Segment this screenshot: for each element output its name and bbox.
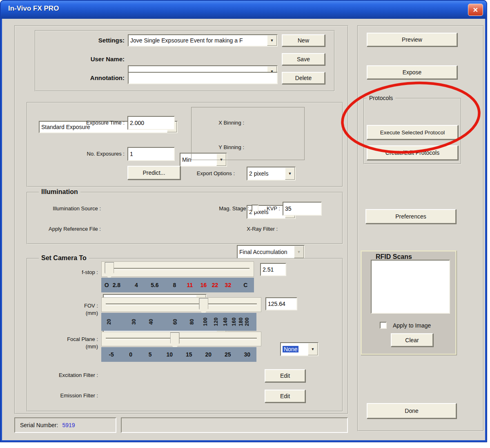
fov-value-input[interactable] xyxy=(265,297,297,310)
emission-filter-label: Emission Filter : xyxy=(43,392,98,399)
scale-tick: 5 xyxy=(149,351,152,358)
focal-plane-slider[interactable] xyxy=(101,332,261,346)
scale-tick: 160 xyxy=(231,318,237,326)
scale-tick: 16 xyxy=(200,282,207,288)
scale-tick: 80 xyxy=(189,319,195,325)
scale-tick: -5 xyxy=(109,351,114,358)
fov-units-label: (mm) xyxy=(51,310,98,317)
fov-label: FOV : xyxy=(51,302,98,310)
x-binning-label: X Binning : xyxy=(196,119,244,127)
scale-tick: 8 xyxy=(173,282,176,288)
save-button[interactable]: Save xyxy=(282,53,325,65)
scale-tick: 60 xyxy=(172,319,178,325)
right-panel xyxy=(357,25,484,431)
preferences-button[interactable]: Preferences xyxy=(365,209,456,224)
fstop-scale: O2.845.6811162232C xyxy=(101,278,254,292)
preview-button[interactable]: Preview xyxy=(367,33,457,47)
serial-number-bar: Serial Number: 5919 xyxy=(14,417,116,433)
scale-tick: 120 xyxy=(213,318,219,326)
scale-tick: 11 xyxy=(187,282,193,288)
create-edit-protocols-button[interactable]: Create/Edit Protocols xyxy=(367,145,458,160)
x-binning-combobox[interactable]: 2 pixels ▼ xyxy=(247,167,296,181)
fstop-slider[interactable] xyxy=(101,261,254,277)
chevron-down-icon[interactable]: ▼ xyxy=(267,35,277,46)
kvp-input[interactable] xyxy=(283,202,322,216)
kvp-label: KVP : xyxy=(261,205,280,212)
focal-plane-label: Focal Plane : xyxy=(45,336,98,343)
fstop-value-input[interactable] xyxy=(260,263,286,276)
predict-button[interactable]: Predict... xyxy=(127,166,180,180)
exposure-units-value: Min xyxy=(182,156,192,163)
focal-plane-units-label: (mm) xyxy=(45,343,98,350)
scale-tick: 2.8 xyxy=(113,282,120,288)
num-exposures-input[interactable] xyxy=(127,147,175,161)
scale-tick: 5.6 xyxy=(151,282,158,288)
illumination-group-title: Illumination xyxy=(39,188,80,196)
scale-tick: C xyxy=(243,282,247,288)
scale-tick: 20 xyxy=(106,319,112,325)
scale-tick: 10 xyxy=(166,351,173,358)
export-options-label: Export Options : xyxy=(176,170,235,177)
serial-number-label: Serial Number: xyxy=(20,422,58,428)
title-bar xyxy=(1,1,486,19)
scale-tick: 4 xyxy=(135,282,138,288)
apply-to-image-label: Apply to Image xyxy=(393,322,431,329)
clear-button[interactable]: Clear xyxy=(391,333,433,347)
scale-tick: 200 xyxy=(244,318,250,326)
settings-combobox[interactable]: Jove Single Expsosure Event for making a… xyxy=(128,34,278,47)
scale-tick: 30 xyxy=(244,351,250,358)
exposure-time-input[interactable] xyxy=(127,116,175,130)
done-button[interactable]: Done xyxy=(367,403,457,419)
scale-tick: 140 xyxy=(223,318,228,326)
exposure-time-label: Exposure Time : xyxy=(37,119,125,127)
window-title: In-Vivo FX PRO xyxy=(8,4,59,13)
fstop-label: f-stop : xyxy=(43,269,98,276)
scale-tick: 180 xyxy=(238,318,244,326)
mag-stage-label: Mag. Stage : xyxy=(212,205,249,212)
illumination-group xyxy=(27,192,343,244)
camera-group-title: Set Camera To xyxy=(39,254,89,262)
close-icon: ✕ xyxy=(473,6,478,14)
chevron-down-icon[interactable]: ▼ xyxy=(285,167,295,180)
fov-scale: 2030406080100120140160180200 xyxy=(101,313,256,331)
apply-to-image-checkbox[interactable] xyxy=(380,322,387,329)
fov-slider[interactable] xyxy=(101,297,261,312)
illumination-source-label: Illumination Source : xyxy=(31,205,101,212)
num-exposures-label: No. Exposures : xyxy=(37,150,125,158)
status-message-bar xyxy=(121,417,348,433)
annotation-input[interactable] xyxy=(128,72,278,84)
export-options-value: Final Accumulation xyxy=(239,249,287,255)
scale-tick: 32 xyxy=(225,282,232,288)
new-button[interactable]: New xyxy=(282,34,325,47)
scale-tick: 20 xyxy=(205,351,212,358)
excitation-edit-button[interactable]: Edit xyxy=(265,369,305,382)
chevron-down-icon: ▼ xyxy=(294,246,304,258)
scale-tick: 30 xyxy=(131,319,137,325)
delete-button[interactable]: Delete xyxy=(282,72,325,84)
annotation-label: Annotation: xyxy=(39,74,125,82)
invivo-fx-pro-dialog: In-Vivo FX PRO ✕ Settings: Jove Single E… xyxy=(0,0,490,448)
binning-frame xyxy=(191,107,305,160)
settings-combobox-value: Jove Single Expsosure Event for making a… xyxy=(130,37,243,44)
scale-tick: 0 xyxy=(129,351,132,358)
scale-tick: 22 xyxy=(212,282,218,288)
scale-tick: 100 xyxy=(203,318,208,326)
scale-tick: 25 xyxy=(225,351,231,358)
scale-tick: 15 xyxy=(186,351,192,358)
y-binning-label: Y Binning : xyxy=(196,144,244,151)
protocols-group-title: Protocols xyxy=(367,94,395,102)
expose-button[interactable]: Expose xyxy=(367,65,457,79)
focal-plane-scale: -5051015202530 xyxy=(101,347,256,362)
x-binning-value: 2 pixels xyxy=(249,170,268,177)
serial-number-value: 5919 xyxy=(62,422,75,428)
reference-file-label: Apply Reference File : xyxy=(29,225,101,233)
scale-tick: 40 xyxy=(148,319,154,325)
excitation-filter-label: Excitation Filter : xyxy=(43,372,98,379)
mag-stage-checkbox[interactable] xyxy=(252,205,258,212)
execute-protocol-button[interactable]: Execute Selected Protocol xyxy=(367,125,458,140)
emission-edit-button[interactable]: Edit xyxy=(265,390,305,403)
export-options-combobox: Final Accumulation ▼ xyxy=(237,245,305,259)
fstop-slider-thumb[interactable] xyxy=(105,262,114,279)
rfid-scans-listbox[interactable] xyxy=(371,260,450,314)
close-button[interactable]: ✕ xyxy=(468,4,483,16)
